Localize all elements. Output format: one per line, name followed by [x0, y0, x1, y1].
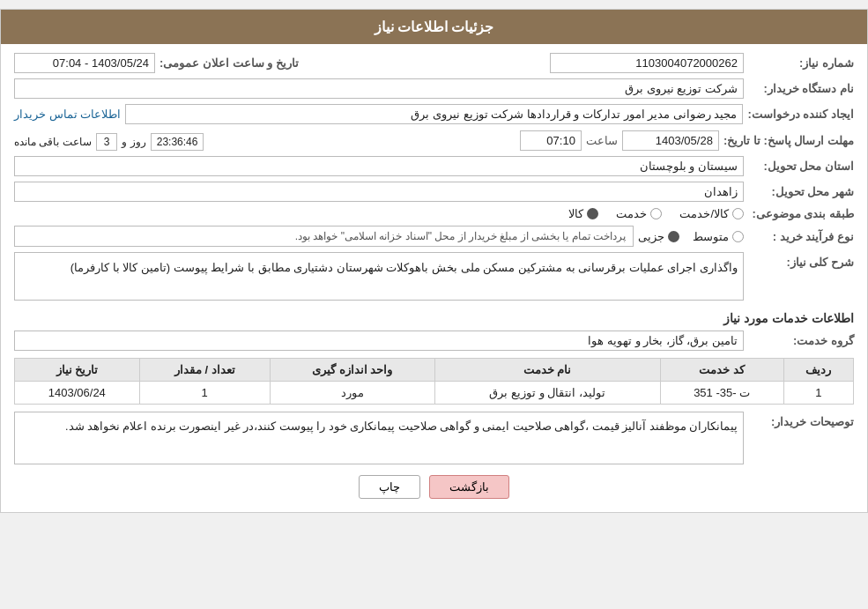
announce-date-label: تاریخ و ساعت اعلان عمومی: [160, 56, 299, 70]
delivery-province-label: استان محل تحویل: [748, 160, 854, 173]
category-khadamat-label: خدمت [616, 207, 647, 220]
category-radio-group: کالا/خدمت خدمت کالا [14, 207, 744, 220]
row-purchase-type: نوع فرآیند خرید : متوسط جزیی پرداخت تمام… [14, 226, 854, 247]
category-khadamat-radio [650, 208, 662, 219]
cell-qty: 1 [139, 382, 270, 405]
response-time-value: 07:10 [520, 130, 582, 151]
remaining-time-value: 23:36:46 [151, 133, 204, 151]
purchase-type-motevaset-item[interactable]: متوسط [693, 230, 744, 243]
col-date: تاریخ نیاز [15, 359, 140, 382]
category-kala-radio [587, 208, 598, 219]
purchase-type-jozi-label: جزیی [638, 230, 664, 243]
col-qty: تعداد / مقدار [139, 359, 270, 382]
buyer-notes-value: پیمانکاران موظفند آنالیز قیمت ،گواهی صلا… [14, 412, 744, 464]
response-date-label: مهلت ارسال پاسخ: تا تاریخ: [723, 134, 854, 147]
category-kala-khadamat-item[interactable]: کالا/خدمت [679, 207, 744, 220]
description-value: واگذاری اجرای عملیات برقرسانی به مشترکین… [14, 252, 744, 301]
category-label: طبقه بندی موضوعی: [748, 207, 854, 220]
service-table: ردیف کد خدمت نام خدمت واحد اندازه گیری ت… [14, 358, 854, 405]
purchase-type-jozi-radio [668, 231, 679, 242]
purchase-type-radio-group: متوسط جزیی [638, 230, 744, 243]
requester-label: ایجاد کننده درخواست: [747, 108, 854, 121]
category-kala-khadamat-radio [732, 208, 744, 219]
services-section-title: اطلاعات خدمات مورد نیاز [14, 311, 854, 325]
row-delivery-province: استان محل تحویل: سیستان و بلوچستان [14, 156, 854, 176]
purchase-type-note: پرداخت تمام یا بخشی از مبلغ خریدار از مح… [14, 226, 634, 247]
need-number-value: 1103004072000262 [550, 53, 744, 73]
page-wrapper: جزئیات اطلاعات نیاز شماره نیاز: 11030040… [0, 9, 868, 513]
cell-code: ت -35- 351 [660, 382, 783, 405]
table-row: 1 ت -35- 351 تولید، انتقال و توزیع برق م… [15, 382, 854, 405]
col-unit: واحد اندازه گیری [270, 359, 434, 382]
category-kala-item[interactable]: کالا [568, 207, 598, 220]
service-table-body: 1 ت -35- 351 تولید، انتقال و توزیع برق م… [15, 382, 854, 405]
main-content: شماره نیاز: 1103004072000262 تاریخ و ساع… [1, 44, 867, 512]
delivery-province-value: سیستان و بلوچستان [14, 156, 744, 176]
cell-name: تولید، انتقال و توزیع برق [434, 382, 660, 405]
row-response-date: مهلت ارسال پاسخ: تا تاریخ: 1403/05/28 سا… [14, 130, 854, 151]
col-row: ردیف [783, 359, 853, 382]
row-description: شرح کلی نیاز: واگذاری اجرای عملیات برقرس… [14, 252, 854, 301]
purchase-type-label: نوع فرآیند خرید : [748, 230, 854, 243]
row-category: طبقه بندی موضوعی: کالا/خدمت خدمت کالا [14, 207, 854, 220]
row-delivery-city: شهر محل تحویل: زاهدان [14, 182, 854, 202]
response-date-value: 1403/05/28 [622, 130, 719, 151]
remaining-day-label: روز و [122, 136, 145, 148]
purchase-type-motevaset-radio [732, 231, 744, 242]
cell-unit: مورد [270, 382, 434, 405]
back-button[interactable]: بازگشت [429, 475, 509, 499]
service-group-label: گروه خدمت: [748, 334, 854, 347]
category-kala-label: کالا [568, 207, 583, 220]
announce-date-value: 1403/05/24 - 07:04 [14, 53, 155, 73]
contact-link[interactable]: اطلاعات تماس خریدار [14, 108, 121, 121]
row-buyer-org: نام دستگاه خریدار: شرکت توزیع نیروی برق [14, 78, 854, 99]
col-code: کد خدمت [660, 359, 783, 382]
table-header-row: ردیف کد خدمت نام خدمت واحد اندازه گیری ت… [15, 359, 854, 382]
row-requester: ایجاد کننده درخواست: مجید رضوانی مدیر ام… [14, 104, 854, 124]
print-button[interactable]: چاپ [359, 475, 420, 499]
row-need-number: شماره نیاز: 1103004072000262 تاریخ و ساع… [14, 53, 854, 73]
buyer-org-value: شرکت توزیع نیروی برق [14, 78, 744, 99]
remaining-days: 3 [96, 133, 118, 151]
service-table-head: ردیف کد خدمت نام خدمت واحد اندازه گیری ت… [15, 359, 854, 382]
service-group-value: تامین برق، گاز، بخار و تهویه هوا [14, 330, 744, 351]
buyer-org-label: نام دستگاه خریدار: [748, 82, 854, 95]
description-label: شرح کلی نیاز: [748, 252, 854, 269]
col-name: نام خدمت [434, 359, 660, 382]
need-number-label: شماره نیاز: [748, 56, 854, 70]
row-service-group: گروه خدمت: تامین برق، گاز، بخار و تهویه … [14, 330, 854, 351]
delivery-city-label: شهر محل تحویل: [748, 185, 854, 198]
row-buyer-notes: توصیحات خریدار: پیمانکاران موظفند آنالیز… [14, 412, 854, 464]
remaining-suffix: ساعت باقی مانده [14, 136, 92, 148]
buttons-row: بازگشت چاپ [14, 475, 854, 499]
page-title: جزئیات اطلاعات نیاز [375, 19, 494, 34]
response-time-label: ساعت [586, 134, 618, 147]
remaining-section: 23:36:46 روز و 3 ساعت باقی مانده [14, 133, 204, 151]
category-kala-khadamat-label: کالا/خدمت [679, 207, 729, 220]
purchase-type-motevaset-label: متوسط [693, 230, 729, 243]
delivery-city-value: زاهدان [14, 182, 744, 202]
buyer-notes-label: توصیحات خریدار: [748, 412, 854, 428]
cell-date: 1403/06/24 [15, 382, 140, 405]
requester-value: مجید رضوانی مدیر امور تدارکات و قرارداده… [125, 104, 743, 124]
cell-row: 1 [783, 382, 853, 405]
page-header: جزئیات اطلاعات نیاز [1, 10, 867, 44]
purchase-type-jozi-item[interactable]: جزیی [638, 230, 679, 243]
category-khadamat-item[interactable]: خدمت [616, 207, 662, 220]
